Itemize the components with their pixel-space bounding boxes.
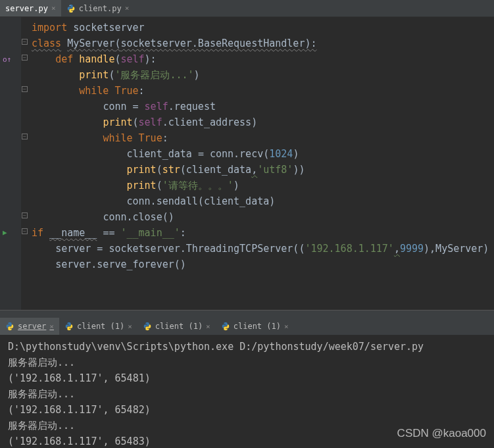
console-line: 服务器启动... (8, 420, 75, 432)
fold-icon[interactable]: − (22, 228, 28, 234)
console-tab-client-2[interactable]: client (1) × (137, 318, 216, 335)
python-icon (221, 322, 230, 331)
svg-point-0 (69, 5, 70, 5)
close-icon[interactable]: × (128, 322, 132, 331)
editor-area[interactable]: o↑ ▶ − − − − − − import socketserver cla… (0, 17, 494, 310)
fold-icon[interactable]: − (22, 86, 28, 92)
console-tab-label: client (1) (234, 322, 281, 331)
console-tab-client-1[interactable]: client (1) × (59, 318, 137, 335)
fold-icon[interactable]: − (22, 212, 28, 218)
console-line: ('192.168.1.117', 65483) (8, 436, 151, 447)
fold-icon[interactable]: − (22, 39, 28, 45)
console-line: ('192.168.1.117', 65482) (8, 404, 151, 416)
gutter: o↑ ▶ (0, 17, 21, 310)
console-line: D:\pythonstudy\venv\Scripts\python.exe D… (8, 341, 424, 353)
override-icon[interactable]: o↑ (3, 55, 11, 64)
console-tab-label: server (18, 322, 46, 331)
python-icon (5, 322, 14, 331)
svg-point-1 (72, 11, 72, 12)
python-icon (66, 4, 76, 13)
close-icon[interactable]: × (206, 322, 210, 331)
console-line: 服务器启动... (8, 357, 75, 368)
console-line: 服务器启动... (8, 388, 75, 400)
console-tab-label: client (1) (77, 322, 124, 331)
console-tab-label: client (1) (155, 322, 203, 331)
fold-icon[interactable]: − (22, 134, 28, 139)
watermark: CSDN @kaoa000 (397, 427, 486, 440)
python-icon (64, 322, 74, 331)
console-tab-server[interactable]: server × (0, 318, 59, 335)
run-gutter-icon[interactable]: ▶ (3, 228, 7, 237)
tab-server[interactable]: server.py × (0, 0, 61, 16)
close-icon[interactable]: × (51, 4, 56, 12)
panel-separator[interactable] (0, 310, 494, 318)
tab-client[interactable]: client.py × (61, 0, 135, 16)
console-tab-bar: server × client (1) × client (1) × clien… (0, 318, 494, 335)
fold-column: − − − − − − (21, 17, 29, 310)
file-label: client.py (79, 4, 122, 13)
python-icon (143, 322, 152, 331)
fold-icon[interactable]: − (22, 55, 28, 61)
console-line: ('192.168.1.117', 65481) (8, 372, 151, 384)
close-icon[interactable]: × (284, 322, 289, 331)
code-content[interactable]: import socketserver class MyServer(socke… (29, 17, 489, 310)
editor-tab-bar: server.py × client.py × (0, 0, 494, 17)
close-icon[interactable]: × (49, 322, 54, 331)
file-label: server.py (5, 4, 48, 13)
console-tab-client-3[interactable]: client (1) × (216, 318, 294, 335)
close-icon[interactable]: × (125, 4, 130, 12)
